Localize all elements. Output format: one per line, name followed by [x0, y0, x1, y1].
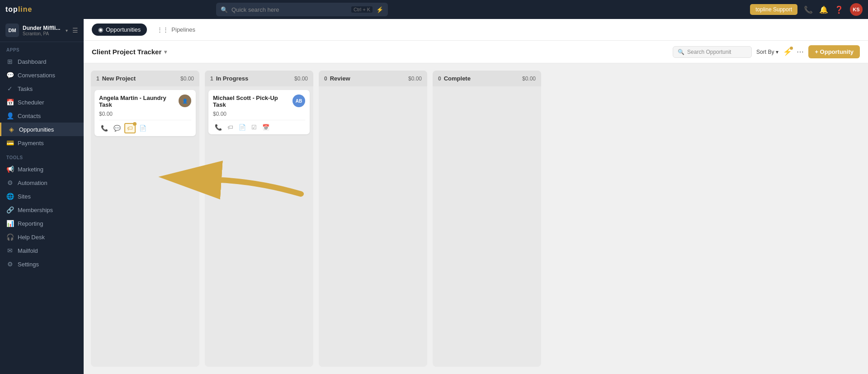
- column-header-review: 0 Review $0.00: [319, 71, 427, 86]
- sidebar-item-label: Conversations: [18, 72, 55, 79]
- opportunity-search[interactable]: 🔍 Search Opportunit: [673, 46, 752, 58]
- contacts-icon: 👤: [6, 112, 14, 119]
- sidebar-item-sites[interactable]: 🌐 Sites: [0, 189, 84, 203]
- card-tag-button-michael[interactable]: 🏷: [226, 123, 235, 132]
- kanban-column-new-project: 1 New Project $0.00 Angela Martin - Laun…: [91, 71, 199, 367]
- card-amount-michael: $0.00: [213, 111, 305, 117]
- card-doc-button[interactable]: 📄: [137, 124, 148, 133]
- card-michael-scott[interactable]: Michael Scott - Pick-Up Task AB $0.00 📞 …: [208, 90, 310, 134]
- sort-by-label: Sort By: [756, 49, 774, 55]
- workspace-info: Dunder Miffli... Scranton, PA: [23, 25, 62, 36]
- filter-button[interactable]: ⚡: [783, 47, 792, 56]
- sub-navigation: ◉ Opportunities ⋮⋮ Pipelines: [84, 19, 868, 41]
- sidebar-item-helpdesk[interactable]: 🎧 Help Desk: [0, 230, 84, 244]
- column-header-complete: 0 Complete $0.00: [433, 71, 541, 86]
- search-opportunity-placeholder: Search Opportunit: [687, 49, 731, 55]
- workspace-header[interactable]: DM Dunder Miffli... Scranton, PA ▾ ☰: [0, 19, 84, 42]
- pipelines-tab-icon: ⋮⋮: [157, 26, 169, 33]
- conversations-icon: 💬: [6, 71, 14, 79]
- sidebar-item-mailfold[interactable]: ✉ Mailfold: [0, 244, 84, 257]
- sidebar-item-label: Reporting: [18, 220, 43, 227]
- column-left-new-project: 1 New Project: [96, 75, 136, 82]
- user-avatar[interactable]: KS: [850, 3, 863, 16]
- card-angela-martin[interactable]: Angela Martin - Laundry Task 👤 $0.00 📞 💬…: [94, 90, 196, 136]
- sidebar-item-automation[interactable]: ⚙ Automation: [0, 176, 84, 189]
- search-input[interactable]: [231, 6, 348, 13]
- sidebar-item-reporting[interactable]: 📊 Reporting: [0, 217, 84, 230]
- card-message-button[interactable]: 💬: [112, 124, 123, 133]
- pipeline-title-button[interactable]: Client Project Tracker ▾: [92, 48, 167, 56]
- help-button[interactable]: ❓: [835, 5, 844, 14]
- support-button[interactable]: topline Support: [750, 4, 797, 15]
- sidebar-item-opportunities[interactable]: ◈ Opportunities: [0, 123, 84, 136]
- topnav-right: topline Support 📞 🔔 ❓ KS: [750, 3, 863, 16]
- automation-icon: ⚙: [6, 179, 14, 186]
- column-amount-new-project: $0.00: [180, 76, 194, 82]
- sidebar-item-payments[interactable]: 💳 Payments: [0, 136, 84, 150]
- column-header-in-progress: 1 In Progress $0.00: [205, 71, 313, 86]
- column-name-in-progress: In Progress: [216, 75, 249, 82]
- tag-highlight-dot: [133, 122, 137, 126]
- card-actions-angela: 📞 💬 🏷 📄: [99, 120, 191, 133]
- workspace-icon: DM: [5, 24, 19, 37]
- sidebar-item-contacts[interactable]: 👤 Contacts: [0, 109, 84, 123]
- pipeline-bar-right: 🔍 Search Opportunit Sort By ▾ ⚡ ⋯ + Oppo…: [673, 45, 860, 58]
- card-title-angela: Angela Martin - Laundry Task: [99, 95, 175, 108]
- column-name-complete: Complete: [444, 75, 471, 82]
- card-header-michael: Michael Scott - Pick-Up Task AB: [213, 95, 305, 108]
- card-check-button-michael[interactable]: ☑: [250, 123, 259, 132]
- opportunities-icon: ◈: [8, 126, 15, 133]
- column-count-complete: 0: [438, 76, 441, 82]
- sites-icon: 🌐: [6, 193, 14, 200]
- card-avatar-michael: AB: [292, 95, 305, 107]
- card-avatar-angela: 👤: [179, 95, 191, 107]
- column-count-new-project: 1: [96, 76, 99, 82]
- notifications-button[interactable]: 🔔: [819, 5, 828, 14]
- phone-icon-button[interactable]: 📞: [804, 5, 813, 14]
- global-search[interactable]: 🔍 Ctrl + K ⚡: [216, 3, 388, 16]
- sidebar-item-tasks[interactable]: ✓ Tasks: [0, 82, 84, 95]
- sidebar-item-label: Mailfold: [18, 247, 38, 254]
- reporting-icon: 📊: [6, 220, 14, 227]
- main-layout: DM Dunder Miffli... Scranton, PA ▾ ☰ App…: [0, 19, 868, 374]
- lightning-icon: ⚡: [376, 6, 383, 13]
- opportunities-tab[interactable]: ◉ Opportunities: [92, 24, 147, 36]
- sort-by-button[interactable]: Sort By ▾: [756, 49, 778, 55]
- more-options-button[interactable]: ⋯: [797, 47, 804, 56]
- column-count-review: 0: [324, 76, 327, 82]
- column-left-complete: 0 Complete: [438, 75, 471, 82]
- settings-icon: ⚙: [6, 260, 14, 268]
- mailfold-icon: ✉: [6, 247, 14, 254]
- opportunities-tab-label: Opportunities: [106, 26, 141, 33]
- card-title-michael: Michael Scott - Pick-Up Task: [213, 95, 289, 108]
- card-doc-button-michael[interactable]: 📄: [237, 123, 248, 132]
- card-phone-button-michael[interactable]: 📞: [213, 123, 224, 132]
- column-body-review: [319, 86, 427, 367]
- keyboard-shortcut: Ctrl + K: [351, 6, 373, 13]
- sidebar-item-settings[interactable]: ⚙ Settings: [0, 257, 84, 271]
- apps-section-label: Apps: [0, 42, 84, 55]
- workspace-sub: Scranton, PA: [23, 31, 62, 36]
- column-body-new-project: Angela Martin - Laundry Task 👤 $0.00 📞 💬…: [91, 86, 199, 367]
- kanban-board: 1 New Project $0.00 Angela Martin - Laun…: [84, 63, 868, 374]
- add-opportunity-button[interactable]: + Opportunity: [808, 45, 860, 58]
- sidebar-item-memberships[interactable]: 🔗 Memberships: [0, 203, 84, 217]
- sort-chevron-icon: ▾: [776, 49, 778, 55]
- card-phone-button[interactable]: 📞: [99, 124, 110, 133]
- sidebar-item-label: Marketing: [18, 166, 43, 173]
- sidebar-toggle-button[interactable]: ☰: [72, 27, 78, 34]
- card-tag-button[interactable]: 🏷: [124, 123, 136, 133]
- filter-badge: [790, 47, 793, 50]
- sidebar-item-dashboard[interactable]: ⊞ Dashboard: [0, 55, 84, 68]
- pipelines-tab[interactable]: ⋮⋮ Pipelines: [151, 24, 202, 36]
- sidebar-item-marketing[interactable]: 📢 Marketing: [0, 162, 84, 176]
- column-body-in-progress: Michael Scott - Pick-Up Task AB $0.00 📞 …: [205, 86, 313, 367]
- memberships-icon: 🔗: [6, 206, 14, 213]
- opportunities-tab-icon: ◉: [98, 26, 103, 33]
- card-amount-angela: $0.00: [99, 111, 191, 117]
- sidebar-item-conversations[interactable]: 💬 Conversations: [0, 68, 84, 82]
- sidebar-item-label: Settings: [18, 261, 39, 268]
- sidebar-item-scheduler[interactable]: 📅 Scheduler: [0, 95, 84, 109]
- column-amount-in-progress: $0.00: [294, 76, 308, 82]
- card-calendar-button-michael[interactable]: 📅: [260, 123, 271, 132]
